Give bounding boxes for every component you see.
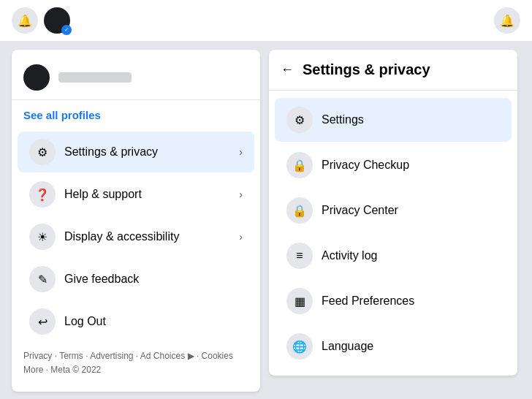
panel-icon-language: 🌐 — [286, 333, 313, 360]
panel-header: ← Settings & privacy — [269, 50, 517, 91]
right-menu-item-feed-preferences[interactable]: ▦ Feed Preferences — [275, 279, 512, 323]
footer-terms[interactable]: Terms · — [59, 351, 90, 361]
menu-label-display-accessibility: Display & accessibility — [64, 230, 179, 243]
menu-item-left: ❓ Help & support — [29, 181, 142, 208]
right-menu-item-activity-log[interactable]: ≡ Activity log — [275, 234, 512, 278]
menu-item-left: ↩ Log Out — [29, 308, 106, 335]
panel-icon-settings: ⚙ — [286, 107, 313, 133]
menu-item-left: ⚙ Settings & privacy — [29, 139, 158, 165]
left-menu-item-give-feedback[interactable]: ✎ Give feedback — [18, 259, 254, 300]
right-menu: ⚙ Settings 🔒 Privacy Checkup 🔒 Privacy C… — [269, 91, 517, 376]
footer-ad-choices[interactable]: Ad Choices ▶ · — [140, 351, 202, 361]
top-bar-right: 🔔 — [494, 7, 520, 34]
panel-label-activity-log: Activity log — [322, 249, 377, 262]
panel-title: Settings & privacy — [303, 61, 430, 78]
main-content: See all profiles ⚙ Settings & privacy › … — [0, 41, 532, 399]
left-menu-item-display-accessibility[interactable]: ☀ Display & accessibility › — [18, 216, 254, 257]
panel-label-privacy-center: Privacy Center — [322, 204, 398, 217]
menu-label-settings-privacy: Settings & privacy — [64, 145, 158, 159]
chevron-icon: › — [239, 146, 243, 158]
right-menu-item-language[interactable]: 🌐 Language — [275, 324, 512, 368]
left-menu-item-log-out[interactable]: ↩ Log Out — [18, 301, 254, 342]
avatar-with-check[interactable] — [44, 7, 70, 34]
menu-item-left: ✎ Give feedback — [29, 266, 139, 292]
panel-label-settings: Settings — [322, 113, 364, 126]
top-bar-left: 🔔 — [12, 7, 70, 34]
panel-label-feed-preferences: Feed Preferences — [322, 294, 414, 308]
left-menu-item-help-support[interactable]: ❓ Help & support › — [18, 174, 254, 215]
profile-name — [58, 72, 132, 83]
right-menu-item-privacy-checkup[interactable]: 🔒 Privacy Checkup — [275, 143, 512, 187]
bell-icon-left[interactable]: 🔔 — [12, 7, 38, 34]
panel-icon-privacy-center: 🔒 — [286, 197, 313, 224]
left-menu-item-settings-privacy[interactable]: ⚙ Settings & privacy › — [18, 132, 254, 172]
menu-icon-display-accessibility: ☀ — [29, 224, 56, 250]
panel-label-language: Language — [322, 340, 373, 353]
menu-icon-settings-privacy: ⚙ — [29, 139, 56, 165]
footer-cookies[interactable]: Cookies — [202, 351, 233, 361]
chevron-icon: › — [239, 231, 243, 243]
top-bar: 🔔 🔔 — [0, 0, 532, 41]
right-menu-item-privacy-center[interactable]: 🔒 Privacy Center — [275, 189, 512, 232]
bell-icon-right[interactable]: 🔔 — [494, 7, 520, 34]
footer-privacy[interactable]: Privacy · — [23, 351, 59, 361]
footer-more: More · — [23, 365, 50, 375]
profile-avatar — [23, 64, 50, 91]
footer-copyright: Meta © 2022 — [50, 365, 101, 375]
left-panel: See all profiles ⚙ Settings & privacy › … — [12, 50, 260, 392]
profile-section — [12, 58, 260, 100]
menu-icon-log-out: ↩ — [29, 308, 56, 335]
menu-label-log-out: Log Out — [64, 315, 106, 328]
panel-icon-feed-preferences: ▦ — [286, 288, 313, 314]
back-button[interactable]: ← — [281, 62, 294, 77]
panel-icon-privacy-checkup: 🔒 — [286, 152, 313, 178]
menu-item-left: ☀ Display & accessibility — [29, 224, 179, 250]
menu-icon-give-feedback: ✎ — [29, 266, 56, 292]
footer-advertising[interactable]: Advertising · — [90, 351, 140, 361]
menu-icon-help-support: ❓ — [29, 181, 56, 208]
footer-links: Privacy · Terms · Advertising · Ad Choic… — [12, 343, 260, 383]
panel-icon-activity-log: ≡ — [286, 243, 313, 269]
right-panel: ← Settings & privacy ⚙ Settings 🔒 Privac… — [269, 50, 517, 376]
panel-label-privacy-checkup: Privacy Checkup — [322, 159, 409, 172]
chevron-icon: › — [239, 189, 243, 200]
menu-label-help-support: Help & support — [64, 188, 142, 201]
menu-label-give-feedback: Give feedback — [64, 273, 139, 286]
see-all-profiles-link[interactable]: See all profiles — [12, 106, 260, 130]
right-menu-item-settings[interactable]: ⚙ Settings — [275, 98, 512, 142]
left-menu: ⚙ Settings & privacy › ❓ Help & support … — [12, 132, 260, 342]
